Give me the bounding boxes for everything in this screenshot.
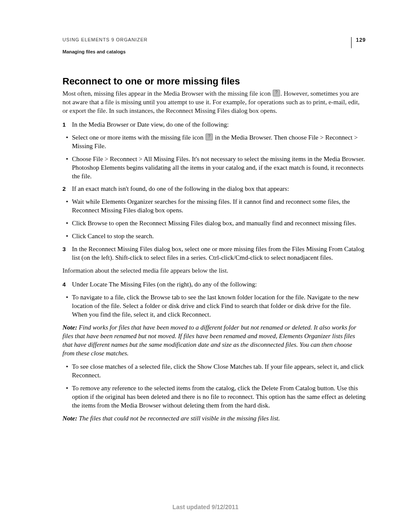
step-2: 2 If an exact match isn't found, do one …	[62, 185, 366, 193]
note-label: Note:	[62, 324, 77, 331]
intro-paragraph: Most often, missing files appear in the …	[62, 90, 366, 115]
missing-file-icon	[273, 90, 280, 96]
list-item: To navigate to a file, click the Browse …	[62, 293, 366, 319]
step-number: 1	[62, 121, 66, 129]
list-item: Select one or more items with the missin…	[62, 134, 366, 151]
step-3: 3 In the Reconnect Missing Files dialog …	[62, 245, 366, 262]
bullet-text: To remove any reference to the selected …	[72, 385, 366, 409]
step-1: 1 In the Media Browser or Date view, do …	[62, 121, 366, 129]
step-text: In the Reconnect Missing Files dialog bo…	[72, 246, 364, 261]
note: Note: Find works for files that have bee…	[62, 324, 366, 358]
bullet-text-a: Select one or more items with the missin…	[72, 134, 205, 141]
step-text: Under Locate The Missing Files (on the r…	[72, 281, 257, 288]
step-number: 2	[62, 185, 66, 193]
list-item: Click Browse to open the Reconnect Missi…	[62, 219, 366, 228]
step-4: 4 Under Locate The Missing Files (on the…	[62, 280, 366, 289]
step-text: If an exact match isn't found, do one of…	[72, 185, 289, 192]
bullet-text: Wait while Elements Organizer searches f…	[72, 198, 350, 214]
bullet-text: Click Browse to open the Reconnect Missi…	[72, 220, 356, 227]
step-text: In the Media Browser or Date view, do on…	[72, 121, 229, 128]
body-paragraph: Information about the selected media fil…	[62, 267, 366, 275]
bullet-text: Choose File > Reconnect > All Missing Fi…	[72, 156, 365, 180]
bullet-text: Click Cancel to stop the search.	[72, 233, 154, 240]
note-text: The files that could not be reconnected …	[77, 415, 280, 422]
list-item: Click Cancel to stop the search.	[62, 232, 366, 241]
step-number: 4	[62, 281, 66, 289]
note-text: Find works for files that have been move…	[62, 324, 356, 357]
note-label: Note:	[62, 415, 77, 422]
page-number: 129	[351, 37, 366, 48]
bullet-text: To see close matches of a selected file,…	[72, 363, 364, 379]
section-name: Managing files and catalogs	[62, 49, 366, 54]
intro-text-a: Most often, missing files appear in the …	[62, 90, 272, 97]
step-number: 3	[62, 246, 66, 253]
missing-file-icon	[206, 134, 213, 140]
footer-updated: Last updated 9/12/2011	[0, 504, 411, 510]
list-item: Wait while Elements Organizer searches f…	[62, 198, 366, 215]
doc-title: USING ELEMENTS 9 ORGANIZER	[62, 37, 148, 42]
article-title: Reconnect to one or more missing files	[62, 76, 366, 87]
bullet-text: To navigate to a file, click the Browse …	[72, 294, 359, 318]
running-header: USING ELEMENTS 9 ORGANIZER 129	[62, 37, 366, 48]
list-item: To see close matches of a selected file,…	[62, 363, 366, 380]
note: Note: The files that could not be reconn…	[62, 414, 366, 423]
list-item: To remove any reference to the selected …	[62, 384, 366, 410]
list-item: Choose File > Reconnect > All Missing Fi…	[62, 155, 366, 181]
